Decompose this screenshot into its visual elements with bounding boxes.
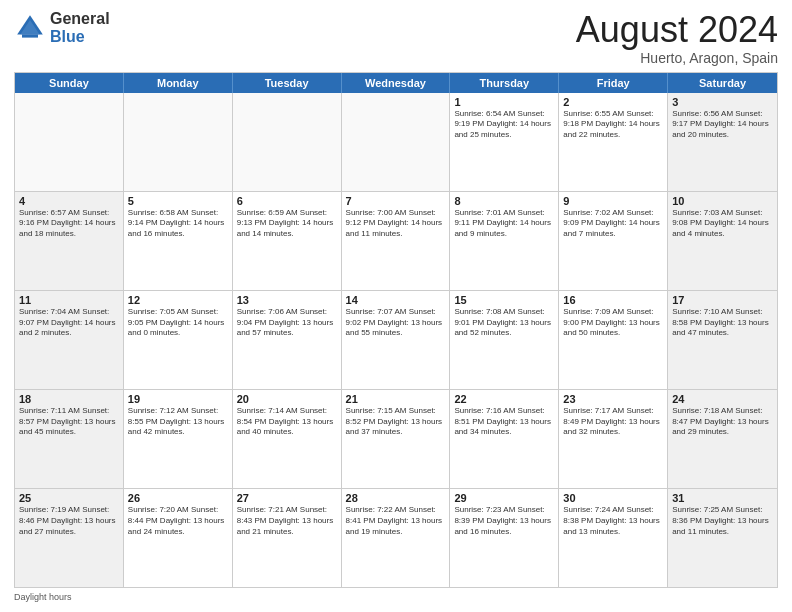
cal-cell: 9Sunrise: 7:02 AM Sunset: 9:09 PM Daylig… [559,192,668,290]
day-number: 13 [237,294,337,306]
cal-cell: 17Sunrise: 7:10 AM Sunset: 8:58 PM Dayli… [668,291,777,389]
logo-general-text: General [50,10,110,28]
day-info: Sunrise: 7:19 AM Sunset: 8:46 PM Dayligh… [19,505,119,537]
day-info: Sunrise: 7:01 AM Sunset: 9:11 PM Dayligh… [454,208,554,240]
day-number: 30 [563,492,663,504]
week-row-2: 11Sunrise: 7:04 AM Sunset: 9:07 PM Dayli… [15,290,777,389]
day-number: 15 [454,294,554,306]
cal-cell: 28Sunrise: 7:22 AM Sunset: 8:41 PM Dayli… [342,489,451,587]
day-number: 22 [454,393,554,405]
cal-cell: 22Sunrise: 7:16 AM Sunset: 8:51 PM Dayli… [450,390,559,488]
day-info: Sunrise: 6:56 AM Sunset: 9:17 PM Dayligh… [672,109,773,141]
day-info: Sunrise: 7:12 AM Sunset: 8:55 PM Dayligh… [128,406,228,438]
cal-cell: 10Sunrise: 7:03 AM Sunset: 9:08 PM Dayli… [668,192,777,290]
day-number: 7 [346,195,446,207]
cal-cell [233,93,342,191]
day-info: Sunrise: 7:15 AM Sunset: 8:52 PM Dayligh… [346,406,446,438]
day-info: Sunrise: 7:05 AM Sunset: 9:05 PM Dayligh… [128,307,228,339]
cal-cell: 13Sunrise: 7:06 AM Sunset: 9:04 PM Dayli… [233,291,342,389]
day-number: 9 [563,195,663,207]
day-info: Sunrise: 7:02 AM Sunset: 9:09 PM Dayligh… [563,208,663,240]
header-day-monday: Monday [124,73,233,93]
cal-cell [342,93,451,191]
calendar-header: SundayMondayTuesdayWednesdayThursdayFrid… [15,73,777,93]
cal-cell: 1Sunrise: 6:54 AM Sunset: 9:19 PM Daylig… [450,93,559,191]
day-number: 11 [19,294,119,306]
title-location: Huerto, Aragon, Spain [576,50,778,66]
day-number: 29 [454,492,554,504]
cal-cell: 8Sunrise: 7:01 AM Sunset: 9:11 PM Daylig… [450,192,559,290]
cal-cell: 26Sunrise: 7:20 AM Sunset: 8:44 PM Dayli… [124,489,233,587]
day-number: 16 [563,294,663,306]
day-info: Sunrise: 7:11 AM Sunset: 8:57 PM Dayligh… [19,406,119,438]
day-info: Sunrise: 7:14 AM Sunset: 8:54 PM Dayligh… [237,406,337,438]
day-info: Sunrise: 7:17 AM Sunset: 8:49 PM Dayligh… [563,406,663,438]
page: General Blue August 2024 Huerto, Aragon,… [0,0,792,612]
day-info: Sunrise: 7:06 AM Sunset: 9:04 PM Dayligh… [237,307,337,339]
day-info: Sunrise: 6:55 AM Sunset: 9:18 PM Dayligh… [563,109,663,141]
cal-cell: 31Sunrise: 7:25 AM Sunset: 8:36 PM Dayli… [668,489,777,587]
day-number: 4 [19,195,119,207]
cal-cell: 24Sunrise: 7:18 AM Sunset: 8:47 PM Dayli… [668,390,777,488]
cal-cell: 11Sunrise: 7:04 AM Sunset: 9:07 PM Dayli… [15,291,124,389]
day-number: 6 [237,195,337,207]
day-number: 1 [454,96,554,108]
day-info: Sunrise: 7:09 AM Sunset: 9:00 PM Dayligh… [563,307,663,339]
cal-cell: 18Sunrise: 7:11 AM Sunset: 8:57 PM Dayli… [15,390,124,488]
cal-cell: 4Sunrise: 6:57 AM Sunset: 9:16 PM Daylig… [15,192,124,290]
footer-note: Daylight hours [14,592,778,602]
cal-cell: 20Sunrise: 7:14 AM Sunset: 8:54 PM Dayli… [233,390,342,488]
cal-cell: 16Sunrise: 7:09 AM Sunset: 9:00 PM Dayli… [559,291,668,389]
day-info: Sunrise: 6:58 AM Sunset: 9:14 PM Dayligh… [128,208,228,240]
cal-cell: 21Sunrise: 7:15 AM Sunset: 8:52 PM Dayli… [342,390,451,488]
day-info: Sunrise: 7:22 AM Sunset: 8:41 PM Dayligh… [346,505,446,537]
logo-icon [14,12,46,44]
day-info: Sunrise: 7:04 AM Sunset: 9:07 PM Dayligh… [19,307,119,339]
day-info: Sunrise: 7:25 AM Sunset: 8:36 PM Dayligh… [672,505,773,537]
day-number: 25 [19,492,119,504]
day-number: 2 [563,96,663,108]
header-day-tuesday: Tuesday [233,73,342,93]
day-number: 8 [454,195,554,207]
title-month: August 2024 [576,10,778,50]
day-info: Sunrise: 7:08 AM Sunset: 9:01 PM Dayligh… [454,307,554,339]
day-info: Sunrise: 7:03 AM Sunset: 9:08 PM Dayligh… [672,208,773,240]
day-info: Sunrise: 7:20 AM Sunset: 8:44 PM Dayligh… [128,505,228,537]
day-number: 10 [672,195,773,207]
cal-cell: 27Sunrise: 7:21 AM Sunset: 8:43 PM Dayli… [233,489,342,587]
header: General Blue August 2024 Huerto, Aragon,… [14,10,778,66]
day-number: 27 [237,492,337,504]
cal-cell: 19Sunrise: 7:12 AM Sunset: 8:55 PM Dayli… [124,390,233,488]
cal-cell: 12Sunrise: 7:05 AM Sunset: 9:05 PM Dayli… [124,291,233,389]
day-info: Sunrise: 7:00 AM Sunset: 9:12 PM Dayligh… [346,208,446,240]
day-info: Sunrise: 7:10 AM Sunset: 8:58 PM Dayligh… [672,307,773,339]
day-info: Sunrise: 6:59 AM Sunset: 9:13 PM Dayligh… [237,208,337,240]
day-info: Sunrise: 7:18 AM Sunset: 8:47 PM Dayligh… [672,406,773,438]
week-row-3: 18Sunrise: 7:11 AM Sunset: 8:57 PM Dayli… [15,389,777,488]
calendar-body: 1Sunrise: 6:54 AM Sunset: 9:19 PM Daylig… [15,93,777,587]
day-number: 31 [672,492,773,504]
day-number: 26 [128,492,228,504]
day-info: Sunrise: 7:24 AM Sunset: 8:38 PM Dayligh… [563,505,663,537]
cal-cell: 23Sunrise: 7:17 AM Sunset: 8:49 PM Dayli… [559,390,668,488]
week-row-1: 4Sunrise: 6:57 AM Sunset: 9:16 PM Daylig… [15,191,777,290]
day-info: Sunrise: 7:23 AM Sunset: 8:39 PM Dayligh… [454,505,554,537]
day-number: 3 [672,96,773,108]
day-number: 21 [346,393,446,405]
logo-text: General Blue [50,10,110,45]
cal-cell: 14Sunrise: 7:07 AM Sunset: 9:02 PM Dayli… [342,291,451,389]
day-number: 28 [346,492,446,504]
day-info: Sunrise: 6:54 AM Sunset: 9:19 PM Dayligh… [454,109,554,141]
day-number: 17 [672,294,773,306]
cal-cell: 30Sunrise: 7:24 AM Sunset: 8:38 PM Dayli… [559,489,668,587]
cal-cell: 29Sunrise: 7:23 AM Sunset: 8:39 PM Dayli… [450,489,559,587]
day-info: Sunrise: 7:07 AM Sunset: 9:02 PM Dayligh… [346,307,446,339]
day-number: 23 [563,393,663,405]
logo-blue-text: Blue [50,28,110,46]
day-info: Sunrise: 6:57 AM Sunset: 9:16 PM Dayligh… [19,208,119,240]
week-row-4: 25Sunrise: 7:19 AM Sunset: 8:46 PM Dayli… [15,488,777,587]
header-day-sunday: Sunday [15,73,124,93]
week-row-0: 1Sunrise: 6:54 AM Sunset: 9:19 PM Daylig… [15,93,777,191]
cal-cell: 3Sunrise: 6:56 AM Sunset: 9:17 PM Daylig… [668,93,777,191]
cal-cell: 25Sunrise: 7:19 AM Sunset: 8:46 PM Dayli… [15,489,124,587]
